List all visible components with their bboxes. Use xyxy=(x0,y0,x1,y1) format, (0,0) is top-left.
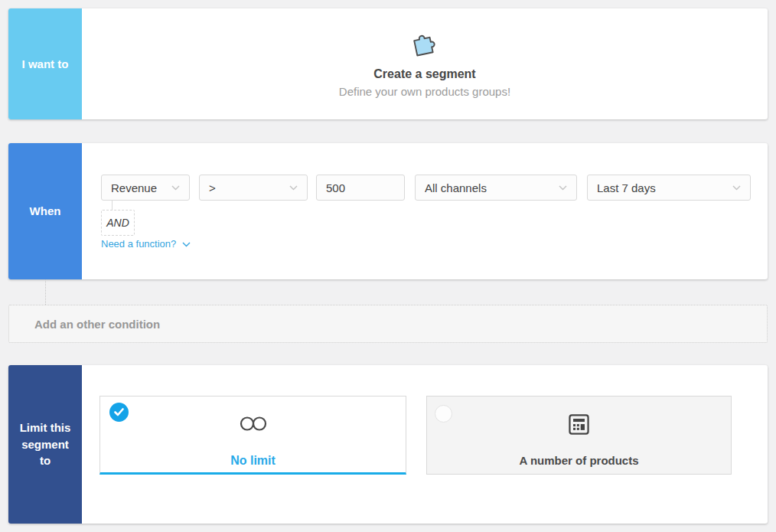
puzzle-icon xyxy=(409,28,440,61)
limit-option-number-of-products[interactable]: A number of products xyxy=(426,396,732,475)
want-to-section: I want to Create a segment Define your o… xyxy=(8,8,768,119)
checkmark-icon xyxy=(109,403,129,422)
chevron-down-icon xyxy=(732,185,741,191)
number-of-products-title: A number of products xyxy=(519,454,638,467)
value-input[interactable] xyxy=(326,181,395,194)
and-operator-button[interactable]: AND xyxy=(101,210,135,236)
when-section: When Revenue > All channels Last 7 days … xyxy=(8,143,768,279)
operator-select-value: > xyxy=(209,181,283,194)
need-function-label: Need a function? xyxy=(101,238,176,250)
infinity-icon xyxy=(238,415,269,436)
channel-select-value: All channels xyxy=(425,181,553,194)
want-to-label: I want to xyxy=(8,8,82,119)
operator-select[interactable]: > xyxy=(199,175,308,201)
segment-subtitle: Define your own products groups! xyxy=(339,85,510,98)
limit-option-no-limit[interactable]: No limit xyxy=(99,396,406,475)
chevron-down-icon xyxy=(559,185,567,191)
section-connector-dotted-line xyxy=(45,279,46,305)
channel-select[interactable]: All channels xyxy=(415,175,577,201)
radio-unselected-icon xyxy=(435,405,452,423)
metric-select-value: Revenue xyxy=(111,181,165,194)
limit-section: Limit this segment to No limit xyxy=(8,365,768,524)
period-select-value: Last 7 days xyxy=(597,181,726,194)
value-field-wrap xyxy=(316,175,405,201)
metric-select[interactable]: Revenue xyxy=(101,175,190,201)
chevron-down-icon xyxy=(289,185,298,191)
calculator-icon xyxy=(568,413,590,439)
chevron-down-icon xyxy=(182,238,191,250)
add-condition-button[interactable]: Add an other condition xyxy=(8,305,768,343)
add-condition-label: Add an other condition xyxy=(34,318,160,331)
condition-connector-line xyxy=(112,201,112,210)
period-select[interactable]: Last 7 days xyxy=(587,175,751,201)
chevron-down-icon xyxy=(171,185,180,191)
need-function-link[interactable]: Need a function? xyxy=(101,238,191,250)
segment-title: Create a segment xyxy=(373,67,475,81)
when-label: When xyxy=(8,143,82,279)
no-limit-title: No limit xyxy=(230,454,276,468)
segment-type-card[interactable]: Create a segment Define your own product… xyxy=(82,8,768,119)
limit-label: Limit this segment to xyxy=(8,365,82,524)
